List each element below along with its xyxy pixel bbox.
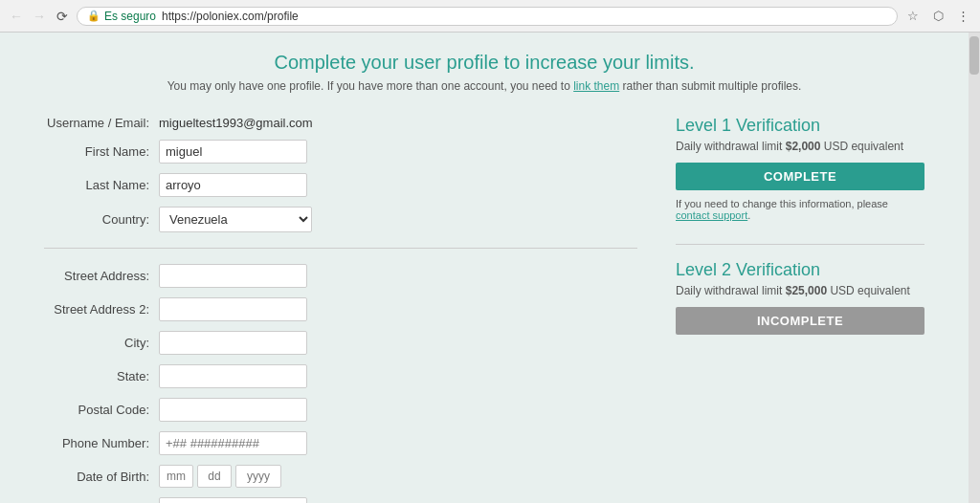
dob-dd-input[interactable] — [197, 465, 232, 488]
level2-incomplete-button[interactable]: INCOMPLETE — [676, 307, 924, 335]
city-row: City: — [44, 331, 637, 355]
first-name-label: First Name: — [44, 144, 159, 159]
username-value: migueltest1993@gmail.com — [159, 116, 313, 130]
passport-row: Passport ID: — [44, 497, 637, 503]
country-label: Country: — [44, 212, 159, 227]
main-layout: Username / Email: migueltest1993@gmail.c… — [44, 116, 924, 503]
first-name-row: First Name: — [44, 140, 637, 164]
state-label: State: — [44, 369, 159, 383]
lock-icon: 🔒 — [87, 10, 100, 22]
last-name-input[interactable] — [159, 173, 307, 197]
level2-limit: $25,000 — [786, 284, 827, 297]
street-address-input[interactable] — [159, 264, 307, 288]
contact-support-link[interactable]: contact support — [676, 209, 747, 221]
level2-subtitle-post: USD equivalent — [827, 284, 910, 297]
country-row: Country: Venezuela United States Spain M… — [44, 207, 637, 232]
level1-limit: $2,000 — [786, 140, 821, 153]
sidebar-section: Level 1 Verification Daily withdrawal li… — [676, 116, 924, 503]
forward-button[interactable]: → — [31, 8, 48, 25]
city-input[interactable] — [159, 331, 307, 355]
level1-subtitle-post: USD equivalent — [820, 140, 903, 153]
street-address2-label: Street Address 2: — [44, 302, 159, 317]
username-row: Username / Email: migueltest1993@gmail.c… — [44, 116, 637, 130]
subtitle-pre: You may only have one profile. If you ha… — [167, 79, 574, 93]
state-input[interactable] — [159, 364, 307, 388]
url-text: https://poloniex.com/profile — [162, 10, 299, 23]
scrollbar-thumb[interactable] — [969, 36, 979, 75]
level1-note-pre: If you need to change this information, … — [676, 198, 888, 209]
first-name-input[interactable] — [159, 140, 307, 164]
postal-code-input[interactable] — [159, 398, 307, 422]
last-name-label: Last Name: — [44, 178, 159, 192]
postal-code-row: Postal Code: — [44, 398, 637, 422]
page-subtitle: You may only have one profile. If you ha… — [44, 79, 924, 93]
level1-subtitle: Daily withdrawal limit $2,000 USD equiva… — [676, 140, 924, 153]
street-address2-input[interactable] — [159, 297, 307, 321]
section-divider-1 — [44, 248, 637, 249]
level1-note: If you need to change this information, … — [676, 198, 924, 221]
subtitle-post: rather than submit multiple profiles. — [619, 79, 801, 93]
extensions-button[interactable]: ⬡ — [928, 7, 947, 26]
link-them[interactable]: link them — [573, 79, 619, 93]
dob-mm-input[interactable] — [159, 465, 193, 488]
dob-label: Date of Birth: — [44, 470, 159, 484]
country-select[interactable]: Venezuela United States Spain Mexico — [159, 207, 312, 232]
bookmark-button[interactable]: ☆ — [903, 7, 923, 26]
level1-complete-button[interactable]: COMPLETE — [676, 163, 924, 190]
url-bar[interactable]: 🔒 Es seguro https://poloniex.com/profile — [77, 7, 898, 26]
street-address2-row: Street Address 2: — [44, 297, 637, 321]
level2-box: Level 2 Verification Daily withdrawal li… — [676, 260, 924, 335]
username-label: Username / Email: — [44, 116, 159, 130]
state-row: State: — [44, 364, 637, 388]
last-name-row: Last Name: — [44, 173, 637, 197]
phone-label: Phone Number: — [44, 436, 159, 450]
level1-subtitle-pre: Daily withdrawal limit — [676, 140, 786, 153]
form-section: Username / Email: migueltest1993@gmail.c… — [44, 116, 637, 503]
back-button[interactable]: ← — [8, 8, 25, 25]
security-indicator: 🔒 Es seguro — [87, 10, 156, 23]
level2-subtitle: Daily withdrawal limit $25,000 USD equiv… — [676, 284, 924, 297]
city-label: City: — [44, 336, 159, 350]
passport-input[interactable] — [159, 497, 307, 503]
dob-yyyy-input[interactable] — [235, 465, 281, 488]
page-title: Complete your user profile to increase y… — [44, 52, 924, 74]
dob-row: Date of Birth: — [44, 465, 637, 488]
phone-row: Phone Number: — [44, 431, 637, 455]
level2-subtitle-pre: Daily withdrawal limit — [676, 284, 786, 297]
menu-button[interactable]: ⋮ — [953, 7, 972, 26]
street-address-label: Street Address: — [44, 269, 159, 283]
browser-actions: ☆ ⬡ ⋮ — [903, 7, 972, 26]
dob-group — [159, 465, 281, 488]
street-address-row: Street Address: — [44, 264, 637, 288]
content-area: Complete your user profile to increase y… — [0, 33, 969, 503]
level1-note-post: . — [747, 209, 750, 221]
scrollbar-track[interactable] — [969, 33, 980, 503]
phone-input[interactable] — [159, 431, 307, 455]
level1-box: Level 1 Verification Daily withdrawal li… — [676, 116, 924, 221]
level1-title: Level 1 Verification — [676, 116, 924, 136]
postal-code-label: Postal Code: — [44, 403, 159, 417]
level2-title: Level 2 Verification — [676, 260, 924, 280]
secure-label: Es seguro — [104, 10, 156, 23]
v-divider — [676, 244, 924, 245]
browser-chrome: ← → ⟳ 🔒 Es seguro https://poloniex.com/p… — [0, 0, 980, 33]
refresh-button[interactable]: ⟳ — [54, 8, 71, 25]
